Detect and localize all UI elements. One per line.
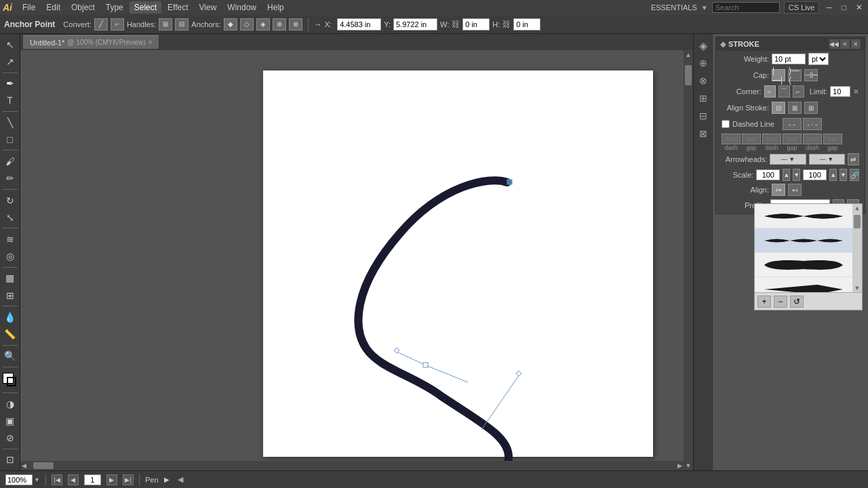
arrowhead-end-select[interactable]: — ▼ — [809, 154, 845, 165]
minimize-btn[interactable]: ─ — [823, 3, 835, 12]
corner-round-btn[interactable]: ⌒ — [778, 85, 790, 98]
measure-tool[interactable]: 📏 — [1, 327, 19, 342]
convert-btn-1[interactable]: ╱ — [94, 18, 108, 30]
scale2-down-btn[interactable]: ▼ — [840, 169, 847, 181]
paintbrush-tool[interactable]: 🖌 — [1, 153, 19, 169]
mesh-tool[interactable]: ⊞ — [1, 287, 19, 303]
stroke-panel-header[interactable]: ◆ STROKE ◀◀ ≡ ✕ — [716, 37, 865, 51]
nav-next-btn[interactable]: ▶ — [106, 474, 117, 485]
dash-1-input[interactable] — [722, 134, 741, 144]
vertical-scrollbar[interactable]: ▲ ▼ — [684, 50, 693, 470]
dash-3-input[interactable] — [803, 134, 822, 144]
horizontal-scrollbar[interactable]: ◀ ▶ — [20, 461, 684, 470]
zoom-tool[interactable]: 🔍 — [1, 348, 19, 364]
screen-mode-btn[interactable]: ⊡ — [1, 452, 19, 468]
menu-help[interactable]: Help — [262, 1, 289, 14]
line-tool[interactable]: ╲ — [1, 115, 19, 130]
tool-arrow[interactable]: ▶ — [164, 476, 170, 483]
nav-first-btn[interactable]: |◀ — [52, 474, 62, 485]
dash-2-input[interactable] — [762, 134, 781, 144]
zoom-arrow[interactable]: ▼ — [34, 476, 40, 483]
right-icon-6[interactable]: ⊠ — [695, 125, 711, 142]
menu-select[interactable]: Select — [130, 1, 161, 14]
dashed-style-2[interactable]: - · - — [803, 118, 822, 130]
cap-round-btn[interactable]: )—( — [788, 69, 802, 81]
limit-input[interactable] — [830, 86, 850, 97]
stroke-swatch[interactable] — [7, 377, 16, 386]
dashed-line-checkbox[interactable] — [722, 120, 730, 128]
handles-btn-2[interactable]: ⊟ — [175, 18, 189, 30]
scale1-up-btn[interactable]: ▲ — [783, 169, 790, 181]
profile-reset-btn[interactable]: ↺ — [790, 296, 804, 308]
menu-file[interactable]: File — [18, 1, 40, 14]
eyedropper-tool[interactable]: 💧 — [1, 309, 19, 325]
stroke-panel-menu[interactable]: ≡ — [840, 39, 850, 49]
anchors-btn-4[interactable]: ⊕ — [273, 18, 286, 30]
blend-tool[interactable]: ◎ — [1, 249, 19, 264]
link-scale-btn[interactable]: 🔗 — [850, 169, 859, 181]
cs-live-button[interactable]: CS Live — [784, 1, 820, 14]
handles-btn-1[interactable]: ⊞ — [159, 18, 172, 30]
restore-btn[interactable]: □ — [839, 3, 849, 12]
direct-select-tool[interactable]: ↗ — [1, 54, 19, 69]
right-icon-2[interactable]: ⊕ — [695, 55, 711, 71]
right-icon-5[interactable]: ⊟ — [695, 108, 711, 124]
gradient-tool[interactable]: ▦ — [1, 270, 19, 286]
align-outside-btn[interactable]: ⊞ — [804, 102, 818, 114]
align-start-btn[interactable]: ↦ — [772, 184, 785, 196]
align-center-btn[interactable]: ⊟ — [772, 102, 785, 114]
popup-scrollbar[interactable]: ▲ ▼ — [852, 204, 862, 292]
scale2-up-btn[interactable]: ▲ — [829, 169, 837, 181]
convert-btn-2[interactable]: ⌐ — [111, 18, 124, 30]
profile-add-btn[interactable]: + — [757, 296, 771, 308]
menu-type[interactable]: Type — [101, 1, 128, 14]
gap-3-input[interactable] — [823, 134, 842, 144]
limit-close[interactable]: ✕ — [853, 87, 859, 96]
right-icon-1[interactable]: ◈ — [695, 37, 711, 54]
dashed-style-1[interactable]: - - — [783, 118, 802, 130]
stroke-panel-collapse[interactable]: ◀◀ — [829, 39, 839, 49]
align-inside-btn[interactable]: ⊠ — [788, 102, 802, 114]
x-value-input[interactable] — [337, 18, 381, 30]
gradient-mode-btn[interactable]: ▣ — [1, 413, 19, 428]
scroll-left-btn[interactable]: ◀ — [178, 475, 183, 484]
profile-item-3[interactable] — [755, 253, 852, 277]
weight-unit-select[interactable]: pt — [808, 53, 829, 65]
document-tab[interactable]: Untitled-1* @ 100% (CMYK/Preview) × — [23, 35, 159, 49]
essentials-arrow[interactable]: ▼ — [701, 4, 708, 12]
gap-1-input[interactable] — [742, 134, 761, 144]
h-value-input[interactable] — [513, 18, 540, 30]
menu-object[interactable]: Object — [66, 1, 100, 14]
scale1-input[interactable] — [756, 169, 780, 180]
profile-item-4[interactable] — [755, 277, 852, 292]
none-mode-btn[interactable]: ⊘ — [1, 430, 19, 446]
profile-delete-btn[interactable]: − — [774, 296, 787, 308]
arrowhead-start-select[interactable]: — ▼ — [770, 154, 806, 165]
scale-tool[interactable]: ⤡ — [1, 209, 19, 225]
page-input[interactable] — [84, 474, 101, 485]
weight-input[interactable] — [772, 54, 806, 64]
swap-arrowheads-btn[interactable]: ⇄ — [848, 153, 859, 165]
rotate-tool[interactable]: ↻ — [1, 192, 19, 208]
menu-view[interactable]: View — [195, 1, 222, 14]
search-input[interactable] — [712, 2, 780, 13]
menu-window[interactable]: Window — [222, 1, 261, 14]
menu-edit[interactable]: Edit — [41, 1, 65, 14]
stroke-panel-close[interactable]: ✕ — [851, 39, 861, 49]
anchors-btn-5[interactable]: ⊗ — [289, 18, 302, 30]
nav-last-btn[interactable]: ▶| — [123, 474, 134, 485]
y-value-input[interactable] — [393, 18, 437, 30]
anchors-btn-1[interactable]: ◆ — [224, 18, 237, 30]
align-end-btn[interactable]: ↤ — [788, 184, 802, 196]
scale2-input[interactable] — [803, 169, 827, 180]
scale1-down-btn[interactable]: ▼ — [793, 169, 800, 181]
menu-effect[interactable]: Effect — [163, 1, 193, 14]
profile-item-2[interactable] — [755, 228, 852, 253]
gap-2-input[interactable] — [783, 134, 802, 144]
right-icon-3[interactable]: ⊗ — [695, 73, 711, 89]
rect-tool[interactable]: □ — [1, 131, 19, 147]
select-tool[interactable]: ↖ — [1, 37, 19, 52]
w-value-input[interactable] — [462, 18, 490, 30]
right-icon-4[interactable]: ⊞ — [695, 90, 711, 106]
pen-tool[interactable]: ✒ — [1, 75, 19, 91]
